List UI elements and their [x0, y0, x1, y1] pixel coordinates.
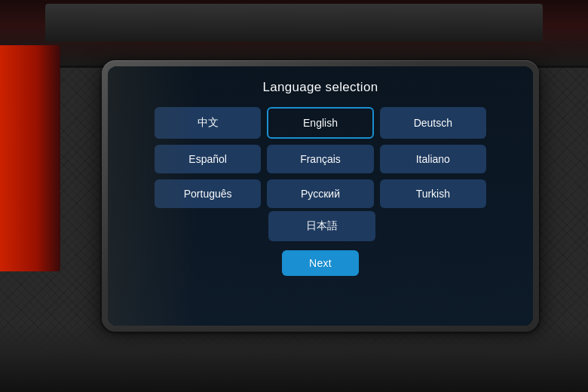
lang-btn-francais[interactable]: Français: [267, 145, 373, 173]
lang-btn-portugues[interactable]: Português: [155, 179, 261, 208]
lang-btn-italiano[interactable]: Italiano: [380, 145, 486, 173]
language-row3: 日本語: [155, 211, 486, 241]
device-wrapper: Language selection 中文 English Deutsch Es…: [83, 60, 558, 332]
printer-top-equipment: [0, 0, 588, 68]
tablet-device: Language selection 中文 English Deutsch Es…: [102, 60, 539, 332]
lang-btn-espanol[interactable]: Español: [155, 145, 261, 173]
language-grid: 中文 English Deutsch Español Français Ital…: [155, 107, 486, 208]
screen-title: Language selection: [263, 80, 378, 95]
row3-spacer: [155, 211, 262, 241]
lang-btn-deutsch[interactable]: Deutsch: [380, 107, 486, 139]
next-button[interactable]: Next: [282, 250, 359, 276]
surface-bottom: [0, 324, 588, 392]
lang-btn-russian[interactable]: Русский: [267, 179, 373, 208]
lang-btn-turkish[interactable]: Turkish: [380, 179, 486, 208]
screen-content: Language selection 中文 English Deutsch Es…: [108, 66, 533, 326]
lang-btn-chinese[interactable]: 中文: [155, 107, 261, 139]
lang-btn-japanese[interactable]: 日本語: [268, 211, 376, 241]
lang-btn-english[interactable]: English: [267, 107, 373, 139]
printer-red-side: [0, 45, 60, 271]
tablet-screen-bezel: Language selection 中文 English Deutsch Es…: [108, 66, 533, 326]
printer-rail: [45, 4, 543, 41]
